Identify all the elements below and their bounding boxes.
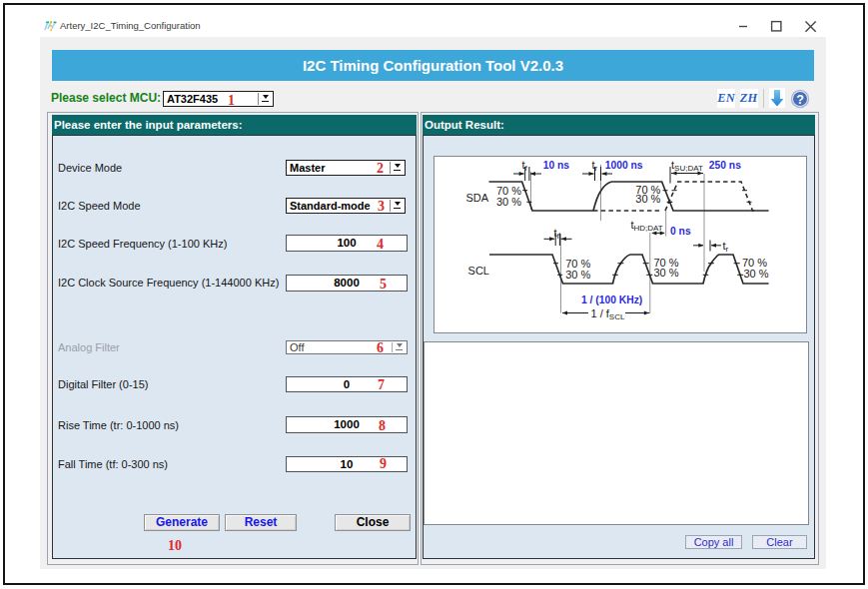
svg-text:tr: tr [723,240,729,254]
svg-text:0 ns: 0 ns [670,226,691,237]
svg-text:30 %: 30 % [496,196,521,208]
svg-text:tf: tf [554,227,560,241]
svg-text:250 ns: 250 ns [709,160,741,171]
svg-text:30 %: 30 % [744,268,769,280]
svg-text:tf: tf [522,159,528,173]
svg-text:1 / fSCL: 1 / fSCL [591,307,625,321]
svg-text:tHD;DAT: tHD;DAT [631,219,663,233]
svg-text:tSU;DAT: tSU;DAT [671,159,703,173]
svg-text:10 ns: 10 ns [543,160,570,171]
svg-text:SCL: SCL [468,265,489,277]
svg-text:70 %: 70 % [496,185,521,197]
svg-text:70 %: 70 % [565,258,590,270]
svg-text:?: ? [796,93,804,107]
svg-text:SDA: SDA [465,192,488,204]
svg-text:30 %: 30 % [653,267,678,279]
svg-text:30 %: 30 % [635,193,660,205]
svg-text:1 / (100 KHz): 1 / (100 KHz) [581,294,642,305]
svg-text:1000 ns: 1000 ns [605,160,643,171]
svg-text:tr: tr [592,159,598,173]
svg-text:30 %: 30 % [565,269,590,281]
